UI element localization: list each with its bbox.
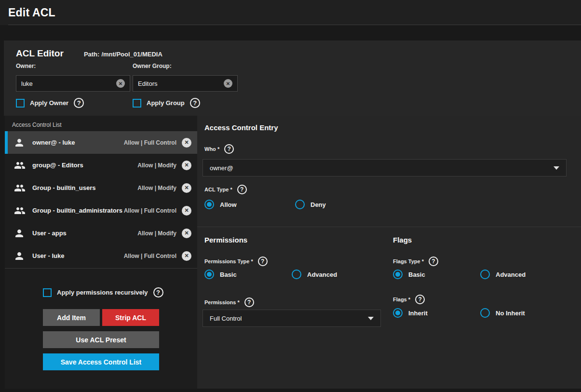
apply-recursive-label: Apply permissions recursively <box>57 289 148 296</box>
apply-owner-label: Apply Owner <box>30 99 68 107</box>
apply-recursive-row: Apply permissions recursively ? <box>43 287 163 297</box>
acl-list-title: Access Control List <box>12 122 62 128</box>
delete-icon[interactable]: ✕ <box>182 138 191 148</box>
help-icon[interactable]: ? <box>429 257 438 266</box>
acl-type-deny-label: Deny <box>311 201 326 208</box>
apply-recursive-checkbox[interactable] <box>43 288 52 297</box>
flags-label-row: Flags * ? <box>393 295 425 304</box>
group-icon <box>14 182 26 194</box>
acl-list-item[interactable]: Group - builtin_users Allow | Modify ✕ <box>5 176 197 199</box>
section-divider <box>197 227 581 227</box>
acl-list-item[interactable]: User - apps Allow | Modify ✕ <box>5 222 197 244</box>
ace-panel: Access Control Entry Who * ? owner@ ACL … <box>197 116 581 389</box>
flags-no-inherit-label: No Inherit <box>496 310 525 317</box>
permissions-type-basic-radio[interactable]: Basic <box>204 270 292 279</box>
list-divider <box>5 268 197 269</box>
radio-unselected-icon <box>480 308 490 318</box>
use-acl-preset-button[interactable]: Use ACL Preset <box>43 331 159 348</box>
dataset-path: Path:/mnt/Pool_01/MEDIA <box>84 51 162 58</box>
permissions-select[interactable]: Full Control <box>203 310 381 327</box>
strip-acl-button[interactable]: Strip ACL <box>102 309 159 326</box>
acl-item-permission: Allow | Full Control <box>124 253 176 259</box>
user-icon <box>14 228 25 239</box>
save-acl-button[interactable]: Save Access Control List <box>43 353 159 370</box>
add-item-button[interactable]: Add Item <box>43 309 100 326</box>
ace-title: Access Control Entry <box>204 123 278 132</box>
permissions-type-advanced-label: Advanced <box>307 271 337 278</box>
acl-item-name: Group - builtin_users <box>32 184 95 191</box>
flags-radio-group: Inherit No Inherit <box>393 308 525 318</box>
flags-type-advanced-label: Advanced <box>496 271 526 278</box>
acl-list-panel: Access Control List owner@ - luke Allow … <box>5 116 197 389</box>
page-header: Edit ACL <box>0 0 581 25</box>
acl-list-item[interactable]: owner@ - luke Allow | Full Control ✕ <box>5 131 197 154</box>
acl-item-name: User - apps <box>32 230 67 237</box>
acl-list-item[interactable]: User - luke Allow | Full Control ✕ <box>5 244 197 267</box>
owner-input[interactable]: luke ✕ <box>16 75 130 92</box>
owner-group-input[interactable]: Editors ✕ <box>133 75 238 92</box>
owner-input-value: luke <box>21 80 33 87</box>
delete-icon[interactable]: ✕ <box>182 251 191 261</box>
flags-label: Flags * <box>393 297 410 302</box>
flags-title: Flags <box>393 236 412 244</box>
radio-selected-icon <box>204 200 214 209</box>
apply-owner-row: Apply Owner ? <box>16 98 84 108</box>
permissions-select-value: Full Control <box>210 315 242 322</box>
acl-item-name: User - luke <box>32 252 64 259</box>
apply-owner-checkbox[interactable] <box>16 99 25 108</box>
acl-item-permission: Allow | Modify <box>137 185 176 191</box>
help-icon[interactable]: ? <box>258 257 268 266</box>
help-icon[interactable]: ? <box>190 98 200 108</box>
apply-group-checkbox[interactable] <box>133 99 141 108</box>
help-icon[interactable]: ? <box>153 287 163 297</box>
permissions-type-label: Permissions Type * <box>204 258 253 264</box>
help-icon[interactable]: ? <box>74 98 84 108</box>
acl-type-deny-radio[interactable]: Deny <box>295 200 326 209</box>
acl-item-name: owner@ - luke <box>32 139 75 146</box>
acl-type-radio-group: Allow Deny <box>204 200 326 209</box>
acl-item-name: Group - builtin_administrators <box>32 207 122 214</box>
acl-item-permission: Allow | Full Control <box>124 139 176 146</box>
flags-type-basic-label: Basic <box>408 271 425 278</box>
apply-group-row: Apply Group ? <box>133 98 200 108</box>
flags-inherit-label: Inherit <box>408 310 428 317</box>
group-icon <box>14 205 26 216</box>
radio-unselected-icon <box>480 270 490 279</box>
flags-no-inherit-radio[interactable]: No Inherit <box>480 308 525 318</box>
flags-type-label-row: Flags Type * ? <box>393 257 438 266</box>
acl-item-permission: Allow | Full Control <box>124 207 176 214</box>
delete-icon[interactable]: ✕ <box>182 206 191 216</box>
flags-type-basic-radio[interactable]: Basic <box>393 270 480 279</box>
delete-icon[interactable]: ✕ <box>182 229 191 238</box>
acl-editor-panel: ACL Editor Path:/mnt/Pool_01/MEDIA Owner… <box>4 41 581 116</box>
permissions-label-row: Permissions * ? <box>204 297 254 307</box>
acl-type-label: ACL Type * <box>204 187 232 192</box>
help-icon[interactable]: ? <box>237 185 247 194</box>
permissions-title: Permissions <box>204 236 247 244</box>
delete-icon[interactable]: ✕ <box>182 183 191 193</box>
clear-icon[interactable]: ✕ <box>224 79 232 88</box>
chevron-down-icon <box>554 166 559 170</box>
owner-field-label: Owner: <box>16 63 36 69</box>
delete-icon[interactable]: ✕ <box>182 161 191 170</box>
help-icon[interactable]: ? <box>244 297 254 307</box>
user-icon <box>14 250 25 262</box>
help-icon[interactable]: ? <box>415 295 425 304</box>
acl-list-item[interactable]: group@ - Editors Allow | Modify ✕ <box>5 154 197 176</box>
permissions-type-advanced-radio[interactable]: Advanced <box>292 270 337 279</box>
radio-unselected-icon <box>295 200 305 209</box>
help-icon[interactable]: ? <box>224 144 234 154</box>
permissions-label: Permissions * <box>204 299 240 305</box>
who-label-row: Who * ? <box>204 144 234 154</box>
flags-inherit-radio[interactable]: Inherit <box>393 308 480 318</box>
acl-item-permission: Allow | Modify <box>137 162 176 169</box>
acl-type-allow-radio[interactable]: Allow <box>204 200 295 209</box>
clear-icon[interactable]: ✕ <box>116 79 125 88</box>
acl-list-item[interactable]: Group - builtin_administrators Allow | F… <box>5 199 197 222</box>
acl-item-name: group@ - Editors <box>32 162 83 169</box>
flags-type-advanced-radio[interactable]: Advanced <box>480 270 526 279</box>
acl-item-permission: Allow | Modify <box>137 230 176 237</box>
who-select[interactable]: owner@ <box>203 159 567 176</box>
acl-type-allow-label: Allow <box>220 201 237 208</box>
editor-title: ACL Editor <box>16 48 64 59</box>
